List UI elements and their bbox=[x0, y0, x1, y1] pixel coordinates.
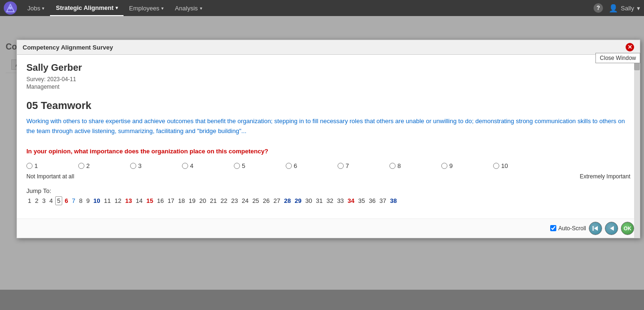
jump-32[interactable]: 32 bbox=[325, 197, 334, 205]
jump-23[interactable]: 23 bbox=[230, 197, 239, 205]
jump-25[interactable]: 25 bbox=[251, 197, 260, 205]
modal-header: Competency Alignment Survey ✕ bbox=[17, 40, 640, 55]
user-menu[interactable]: 👤 Sally ▾ bbox=[609, 4, 640, 13]
jump-to-label: Jump To: bbox=[26, 187, 630, 194]
jobs-dropdown-arrow: ▾ bbox=[42, 6, 44, 11]
user-name-label: Sally bbox=[621, 5, 634, 12]
modal-scrollbar[interactable] bbox=[634, 54, 640, 238]
radio-6[interactable] bbox=[286, 163, 292, 169]
top-navigation: Jobs ▾ Strategic Alignment ▾ Employees ▾… bbox=[0, 0, 644, 16]
close-window-button[interactable]: Close Window bbox=[595, 53, 640, 63]
employees-dropdown-arrow: ▾ bbox=[161, 6, 164, 11]
jump-11[interactable]: 11 bbox=[103, 197, 112, 205]
radio-4[interactable] bbox=[182, 163, 188, 169]
svg-marker-3 bbox=[594, 226, 598, 231]
importance-labels-row: Not Important at all Extremely Important bbox=[26, 173, 630, 180]
jump-27[interactable]: 27 bbox=[272, 197, 281, 205]
jump-8[interactable]: 8 bbox=[78, 197, 84, 205]
first-question-button[interactable] bbox=[589, 222, 602, 235]
radio-7[interactable] bbox=[338, 163, 344, 169]
auto-scroll-checkbox[interactable] bbox=[550, 225, 556, 231]
jump-31[interactable]: 31 bbox=[314, 197, 324, 205]
app-logo[interactable] bbox=[4, 1, 17, 15]
department-label: Management bbox=[26, 84, 630, 90]
nav-item-employees[interactable]: Employees ▾ bbox=[124, 0, 169, 16]
strategic-alignment-dropdown-arrow: ▾ bbox=[116, 5, 118, 10]
jump-22[interactable]: 22 bbox=[219, 197, 229, 205]
radio-option-8[interactable]: 8 bbox=[389, 162, 441, 169]
jump-to-numbers: 1 2 3 4 5 6 7 8 9 10 11 12 13 14 15 16 1 bbox=[26, 196, 630, 205]
jump-7[interactable]: 7 bbox=[70, 197, 76, 205]
svg-point-1 bbox=[9, 7, 12, 9]
radio-option-2[interactable]: 2 bbox=[78, 162, 130, 169]
radio-option-3[interactable]: 3 bbox=[130, 162, 182, 169]
radio-8[interactable] bbox=[389, 163, 396, 169]
svg-rect-2 bbox=[593, 226, 594, 231]
jump-28[interactable]: 28 bbox=[283, 197, 292, 205]
jump-33[interactable]: 33 bbox=[336, 197, 345, 205]
user-dropdown-arrow: ▾ bbox=[637, 5, 640, 12]
jump-to-section: Jump To: 1 2 3 4 5 6 7 8 9 10 11 12 13 1… bbox=[26, 187, 630, 205]
jump-35[interactable]: 35 bbox=[357, 197, 366, 205]
jump-34[interactable]: 34 bbox=[346, 197, 355, 205]
jump-12[interactable]: 12 bbox=[113, 197, 123, 205]
radio-3[interactable] bbox=[130, 163, 136, 169]
jump-19[interactable]: 19 bbox=[187, 197, 197, 205]
radio-option-10[interactable]: 10 bbox=[493, 162, 545, 169]
jump-2[interactable]: 2 bbox=[33, 197, 40, 205]
radio-9[interactable] bbox=[441, 163, 447, 169]
jump-37[interactable]: 37 bbox=[378, 197, 388, 205]
radio-option-6[interactable]: 6 bbox=[286, 162, 338, 169]
ok-button[interactable]: OK bbox=[621, 222, 634, 235]
jump-20[interactable]: 20 bbox=[198, 197, 207, 205]
jump-26[interactable]: 26 bbox=[262, 197, 271, 205]
jump-24[interactable]: 24 bbox=[240, 197, 250, 205]
nav-item-jobs[interactable]: Jobs ▾ bbox=[22, 0, 50, 16]
nav-item-analysis[interactable]: Analysis ▾ bbox=[169, 0, 207, 16]
jump-18[interactable]: 18 bbox=[177, 197, 186, 205]
survey-modal: Competency Alignment Survey ✕ 10 Questio… bbox=[17, 40, 640, 238]
jump-1[interactable]: 1 bbox=[26, 197, 33, 205]
jump-15[interactable]: 15 bbox=[145, 197, 154, 205]
jump-13[interactable]: 13 bbox=[124, 197, 133, 205]
radio-option-7[interactable]: 7 bbox=[338, 162, 389, 169]
radio-option-5[interactable]: 5 bbox=[234, 162, 286, 169]
jump-17[interactable]: 17 bbox=[166, 197, 175, 205]
nav-item-strategic-alignment[interactable]: Strategic Alignment ▾ bbox=[50, 0, 123, 16]
radio-option-4[interactable]: 4 bbox=[182, 162, 234, 169]
jump-4[interactable]: 4 bbox=[48, 197, 54, 205]
jump-6[interactable]: 6 bbox=[63, 197, 69, 205]
previous-question-button[interactable] bbox=[605, 222, 618, 235]
jump-29[interactable]: 29 bbox=[293, 197, 303, 205]
jump-21[interactable]: 21 bbox=[208, 197, 218, 205]
extremely-important-label: Extremely Important bbox=[580, 173, 630, 180]
nav-items: Jobs ▾ Strategic Alignment ▾ Employees ▾… bbox=[22, 0, 594, 16]
survey-question: In your opinion, what importance does th… bbox=[26, 148, 630, 155]
competency-description: Working with others to share expertise a… bbox=[26, 117, 630, 136]
not-important-label: Not Important at all bbox=[26, 173, 74, 180]
jump-16[interactable]: 16 bbox=[156, 197, 165, 205]
radio-5[interactable] bbox=[234, 163, 240, 169]
modal-title-text: Competency Alignment Survey bbox=[23, 44, 113, 51]
person-name: Sally Gerber bbox=[26, 62, 630, 73]
radio-option-9[interactable]: 9 bbox=[441, 162, 493, 169]
jump-38[interactable]: 38 bbox=[388, 197, 398, 205]
modal-close-x-button[interactable]: ✕ bbox=[626, 43, 634, 51]
svg-marker-4 bbox=[610, 226, 614, 231]
jump-9[interactable]: 9 bbox=[85, 197, 91, 205]
radio-option-1[interactable]: 1 bbox=[26, 162, 78, 169]
radio-2[interactable] bbox=[78, 163, 84, 169]
radio-1[interactable] bbox=[26, 163, 33, 169]
help-button[interactable]: ? bbox=[594, 3, 603, 13]
radio-10[interactable] bbox=[493, 163, 499, 169]
analysis-dropdown-arrow: ▾ bbox=[200, 6, 202, 11]
jump-14[interactable]: 14 bbox=[134, 197, 144, 205]
jump-3[interactable]: 3 bbox=[41, 197, 47, 205]
user-icon: 👤 bbox=[609, 4, 618, 13]
jump-30[interactable]: 30 bbox=[304, 197, 313, 205]
jump-36[interactable]: 36 bbox=[367, 197, 377, 205]
jump-10[interactable]: 10 bbox=[92, 197, 101, 205]
competency-title: 05 Teamwork bbox=[26, 100, 630, 112]
jump-5-current[interactable]: 5 bbox=[55, 196, 62, 205]
auto-scroll-label[interactable]: Auto-Scroll bbox=[550, 225, 586, 232]
